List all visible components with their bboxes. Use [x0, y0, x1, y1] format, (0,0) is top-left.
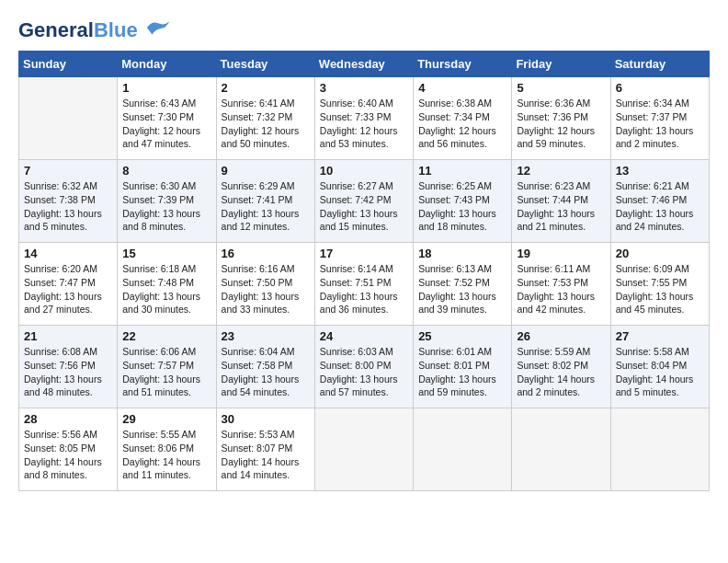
day-info: Sunrise: 6:13 AM Sunset: 7:52 PM Dayligh… — [418, 262, 506, 316]
weekday-header-tuesday: Tuesday — [216, 52, 314, 77]
weekday-header-sunday: Sunday — [19, 52, 118, 77]
calendar-cell: 11Sunrise: 6:25 AM Sunset: 7:43 PM Dayli… — [414, 160, 512, 243]
day-number: 3 — [320, 81, 408, 95]
day-number: 20 — [616, 247, 704, 260]
calendar-cell — [512, 408, 610, 491]
calendar-cell: 18Sunrise: 6:13 AM Sunset: 7:52 PM Dayli… — [414, 243, 512, 326]
day-info: Sunrise: 6:38 AM Sunset: 7:34 PM Dayligh… — [418, 97, 506, 151]
calendar-cell — [19, 77, 118, 160]
day-info: Sunrise: 6:09 AM Sunset: 7:55 PM Dayligh… — [616, 262, 704, 316]
day-number: 2 — [222, 81, 310, 95]
day-number: 18 — [418, 247, 506, 260]
day-info: Sunrise: 6:03 AM Sunset: 8:00 PM Dayligh… — [320, 345, 408, 399]
day-info: Sunrise: 6:20 AM Sunset: 7:47 PM Dayligh… — [24, 262, 112, 316]
calendar-week-row: 28Sunrise: 5:56 AM Sunset: 8:05 PM Dayli… — [19, 408, 710, 491]
calendar-cell: 30Sunrise: 5:53 AM Sunset: 8:07 PM Dayli… — [216, 408, 314, 491]
calendar-week-row: 14Sunrise: 6:20 AM Sunset: 7:47 PM Dayli… — [19, 243, 710, 326]
day-number: 12 — [517, 164, 605, 178]
calendar-cell: 19Sunrise: 6:11 AM Sunset: 7:53 PM Dayli… — [512, 243, 610, 326]
calendar-cell: 2Sunrise: 6:41 AM Sunset: 7:32 PM Daylig… — [216, 77, 314, 160]
day-number: 7 — [24, 164, 112, 178]
day-info: Sunrise: 6:30 AM Sunset: 7:39 PM Dayligh… — [122, 179, 210, 234]
day-number: 11 — [418, 164, 506, 178]
day-info: Sunrise: 6:08 AM Sunset: 7:56 PM Dayligh… — [24, 345, 112, 399]
calendar-header-row: SundayMondayTuesdayWednesdayThursdayFrid… — [19, 52, 710, 77]
logo-text: GeneralBlue — [18, 18, 171, 41]
calendar-cell: 29Sunrise: 5:55 AM Sunset: 8:06 PM Dayli… — [118, 408, 216, 491]
calendar-cell: 12Sunrise: 6:23 AM Sunset: 7:44 PM Dayli… — [512, 160, 610, 243]
calendar-cell — [414, 408, 512, 491]
calendar-cell: 10Sunrise: 6:27 AM Sunset: 7:42 PM Dayli… — [314, 160, 413, 243]
day-number: 8 — [122, 164, 210, 178]
calendar-cell: 23Sunrise: 6:04 AM Sunset: 7:58 PM Dayli… — [216, 326, 314, 408]
day-number: 13 — [616, 164, 704, 178]
page-header: GeneralBlue — [18, 18, 710, 41]
calendar-week-row: 7Sunrise: 6:32 AM Sunset: 7:38 PM Daylig… — [19, 160, 710, 243]
day-number: 21 — [24, 329, 112, 343]
day-info: Sunrise: 6:43 AM Sunset: 7:30 PM Dayligh… — [122, 97, 210, 151]
day-number: 1 — [122, 81, 210, 95]
calendar-table: SundayMondayTuesdayWednesdayThursdayFrid… — [18, 51, 710, 491]
day-info: Sunrise: 5:58 AM Sunset: 8:04 PM Dayligh… — [616, 345, 704, 399]
weekday-header-monday: Monday — [118, 52, 216, 77]
day-info: Sunrise: 6:14 AM Sunset: 7:51 PM Dayligh… — [320, 262, 408, 316]
calendar-cell: 4Sunrise: 6:38 AM Sunset: 7:34 PM Daylig… — [414, 77, 512, 160]
day-info: Sunrise: 6:34 AM Sunset: 7:37 PM Dayligh… — [616, 97, 704, 151]
day-info: Sunrise: 5:56 AM Sunset: 8:05 PM Dayligh… — [24, 428, 112, 482]
calendar-cell: 15Sunrise: 6:18 AM Sunset: 7:48 PM Dayli… — [118, 243, 216, 326]
day-info: Sunrise: 6:32 AM Sunset: 7:38 PM Dayligh… — [24, 179, 112, 234]
day-info: Sunrise: 6:21 AM Sunset: 7:46 PM Dayligh… — [616, 179, 704, 234]
day-number: 22 — [122, 329, 210, 343]
calendar-cell: 14Sunrise: 6:20 AM Sunset: 7:47 PM Dayli… — [19, 243, 118, 326]
day-info: Sunrise: 6:04 AM Sunset: 7:58 PM Dayligh… — [222, 345, 310, 399]
calendar-cell: 28Sunrise: 5:56 AM Sunset: 8:05 PM Dayli… — [19, 408, 118, 491]
calendar-cell: 7Sunrise: 6:32 AM Sunset: 7:38 PM Daylig… — [19, 160, 118, 243]
day-info: Sunrise: 6:01 AM Sunset: 8:01 PM Dayligh… — [418, 345, 506, 399]
day-info: Sunrise: 6:29 AM Sunset: 7:41 PM Dayligh… — [222, 179, 310, 234]
day-number: 29 — [122, 412, 210, 426]
day-number: 19 — [517, 247, 605, 260]
calendar-cell: 6Sunrise: 6:34 AM Sunset: 7:37 PM Daylig… — [610, 77, 709, 160]
day-info: Sunrise: 6:18 AM Sunset: 7:48 PM Dayligh… — [122, 262, 210, 316]
day-number: 28 — [24, 412, 112, 426]
day-number: 26 — [517, 329, 605, 343]
day-number: 9 — [222, 164, 310, 178]
day-number: 10 — [320, 164, 408, 178]
calendar-cell: 22Sunrise: 6:06 AM Sunset: 7:57 PM Dayli… — [118, 326, 216, 408]
day-number: 24 — [320, 329, 408, 343]
day-info: Sunrise: 6:27 AM Sunset: 7:42 PM Dayligh… — [320, 179, 408, 234]
day-number: 16 — [222, 247, 310, 260]
calendar-cell — [314, 408, 413, 491]
day-info: Sunrise: 5:53 AM Sunset: 8:07 PM Dayligh… — [222, 428, 310, 482]
day-number: 30 — [222, 412, 310, 426]
calendar-cell: 16Sunrise: 6:16 AM Sunset: 7:50 PM Dayli… — [216, 243, 314, 326]
calendar-cell — [610, 408, 709, 491]
day-info: Sunrise: 6:16 AM Sunset: 7:50 PM Dayligh… — [222, 262, 310, 316]
day-info: Sunrise: 6:41 AM Sunset: 7:32 PM Dayligh… — [222, 97, 310, 151]
day-info: Sunrise: 6:23 AM Sunset: 7:44 PM Dayligh… — [517, 179, 605, 234]
day-info: Sunrise: 5:59 AM Sunset: 8:02 PM Dayligh… — [517, 345, 605, 399]
day-number: 5 — [517, 81, 605, 95]
weekday-header-thursday: Thursday — [414, 52, 512, 77]
calendar-cell: 24Sunrise: 6:03 AM Sunset: 8:00 PM Dayli… — [314, 326, 413, 408]
calendar-cell: 8Sunrise: 6:30 AM Sunset: 7:39 PM Daylig… — [118, 160, 216, 243]
calendar-cell: 5Sunrise: 6:36 AM Sunset: 7:36 PM Daylig… — [512, 77, 610, 160]
day-number: 23 — [222, 329, 310, 343]
weekday-header-wednesday: Wednesday — [314, 52, 413, 77]
day-info: Sunrise: 6:36 AM Sunset: 7:36 PM Dayligh… — [517, 97, 605, 151]
calendar-cell: 17Sunrise: 6:14 AM Sunset: 7:51 PM Dayli… — [314, 243, 413, 326]
calendar-cell: 26Sunrise: 5:59 AM Sunset: 8:02 PM Dayli… — [512, 326, 610, 408]
calendar-cell: 1Sunrise: 6:43 AM Sunset: 7:30 PM Daylig… — [118, 77, 216, 160]
day-number: 15 — [122, 247, 210, 260]
calendar-cell: 27Sunrise: 5:58 AM Sunset: 8:04 PM Dayli… — [610, 326, 709, 408]
weekday-header-saturday: Saturday — [610, 52, 709, 77]
calendar-cell: 21Sunrise: 6:08 AM Sunset: 7:56 PM Dayli… — [19, 326, 118, 408]
day-info: Sunrise: 6:25 AM Sunset: 7:43 PM Dayligh… — [418, 179, 506, 234]
day-number: 17 — [320, 247, 408, 260]
calendar-week-row: 1Sunrise: 6:43 AM Sunset: 7:30 PM Daylig… — [19, 77, 710, 160]
weekday-header-friday: Friday — [512, 52, 610, 77]
calendar-cell: 3Sunrise: 6:40 AM Sunset: 7:33 PM Daylig… — [314, 77, 413, 160]
day-info: Sunrise: 5:55 AM Sunset: 8:06 PM Dayligh… — [122, 428, 210, 482]
calendar-week-row: 21Sunrise: 6:08 AM Sunset: 7:56 PM Dayli… — [19, 326, 710, 408]
day-number: 25 — [418, 329, 506, 343]
